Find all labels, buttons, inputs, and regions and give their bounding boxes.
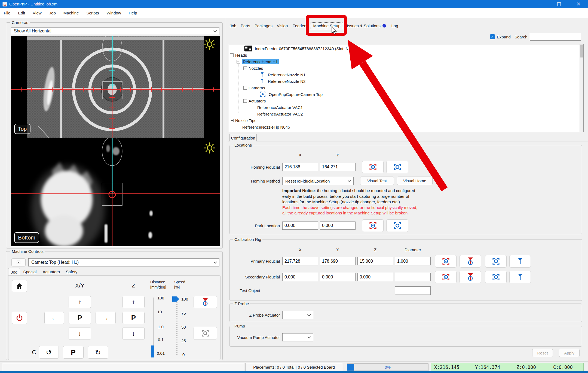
tree-item-capture-camera[interactable]: OpenPnpCaptureCamera Top [229, 91, 583, 98]
move-nozzle-to-camera-button[interactable] [194, 296, 217, 308]
tab-packages[interactable]: Packages [253, 22, 274, 30]
secondary-z-field[interactable]: 0.000 [357, 273, 393, 281]
capture-camera-location-button[interactable] [435, 255, 457, 268]
tab-log[interactable]: Log [389, 22, 400, 30]
tree-item-referencehead[interactable]: ReferenceHead H1 [229, 58, 583, 65]
bottom-camera-view[interactable]: Bottom [11, 138, 220, 246]
jog-z-plus-button[interactable]: ↑ [122, 296, 145, 308]
secondary-diameter-field[interactable] [395, 273, 431, 281]
position-nozzle-button[interactable] [509, 255, 531, 268]
park-x-field[interactable]: 0.000 [282, 222, 318, 230]
camera-view-selector[interactable]: Show All Horizontal [11, 27, 219, 35]
minimize-button[interactable]: — [534, 0, 546, 8]
tree-item-nozzle-n2[interactable]: ReferenceNozzle N2 [229, 78, 583, 84]
xy-park-button[interactable]: P [69, 312, 91, 324]
collapse-expander-icon[interactable] [230, 119, 234, 122]
tree-item-actuator-vac2[interactable]: ReferenceActuator VAC2 [229, 111, 583, 117]
tab-issues-solutions[interactable]: Issues & Solutions [344, 22, 389, 30]
rotate-ccw-button[interactable]: ↺ [39, 346, 59, 359]
capture-camera-location-button[interactable] [362, 219, 384, 232]
power-button[interactable] [12, 312, 27, 324]
primary-y-field[interactable]: 178.690 [320, 257, 356, 265]
menu-machine[interactable]: Machine [60, 8, 83, 18]
menu-file[interactable]: File [0, 8, 14, 18]
position-camera-button[interactable] [485, 255, 507, 268]
collapse-jog-button[interactable] [11, 258, 26, 266]
menu-view[interactable]: View [29, 8, 45, 18]
visual-home-button[interactable]: Visual Home [397, 177, 433, 185]
jog-target-selector[interactable]: Camera: Top (Head: H1) [28, 258, 219, 266]
scrollbar-thumb[interactable] [580, 45, 583, 57]
secondary-y-field[interactable]: 0.000 [320, 273, 356, 281]
tab-special[interactable]: Special [20, 268, 39, 275]
tree-item-actuators[interactable]: Actuators [229, 98, 583, 104]
position-camera-button[interactable] [386, 219, 408, 232]
tree-item-nozzle-n1[interactable]: ReferenceNozzle N1 [229, 71, 583, 78]
homing-fiducial-x-field[interactable]: 216.188 [282, 163, 318, 171]
capture-nozzle-location-button[interactable] [460, 271, 481, 283]
z-probe-actuator-select[interactable] [282, 311, 313, 319]
park-y-field[interactable]: 0.000 [320, 222, 356, 230]
tab-jog[interactable]: Jog [8, 268, 20, 275]
collapse-expander-icon[interactable] [243, 99, 247, 103]
position-nozzle-button[interactable] [509, 271, 531, 283]
position-camera-button[interactable] [386, 161, 408, 173]
jog-z-minus-button[interactable]: ↓ [122, 327, 145, 340]
reset-button[interactable]: Reset [532, 349, 553, 357]
close-button[interactable]: ✕ [572, 0, 584, 8]
capture-camera-location-button[interactable] [362, 161, 384, 173]
jog-y-minus-button[interactable]: ↓ [69, 327, 91, 340]
primary-z-field[interactable]: 15.000 [357, 257, 393, 265]
menu-window[interactable]: Window [103, 8, 125, 18]
expand-checkbox[interactable]: ✓ [490, 34, 495, 39]
capture-camera-location-button[interactable] [435, 271, 457, 283]
menu-help[interactable]: Help [125, 8, 141, 18]
tree-scrollbar[interactable] [580, 44, 583, 132]
maximize-button[interactable] [553, 0, 565, 8]
tab-machine-setup[interactable]: Machine Setup [310, 22, 344, 30]
move-camera-to-nozzle-button[interactable] [194, 327, 217, 340]
top-camera-view[interactable]: Top [11, 36, 220, 138]
tree-item-nozzletip-n045[interactable]: ReferenceNozzleTip N045 [229, 124, 583, 130]
tree-item-cameras[interactable]: Cameras [229, 84, 583, 91]
visual-test-button[interactable]: Visual Test [360, 177, 394, 185]
search-input[interactable] [530, 33, 581, 41]
capture-nozzle-location-button[interactable] [460, 255, 481, 268]
tab-actuators[interactable]: Actuators [39, 268, 63, 275]
collapse-expander-icon[interactable] [230, 53, 234, 57]
rotate-cw-button[interactable]: ↻ [88, 346, 108, 359]
home-button[interactable] [12, 280, 27, 292]
jog-x-minus-button[interactable]: ← [44, 312, 64, 324]
primary-x-field[interactable]: 217.728 [282, 257, 318, 265]
tree-item-heads[interactable]: Heads [229, 52, 583, 58]
tab-configuration[interactable]: Configuration [229, 134, 257, 141]
collapse-expander-icon[interactable] [237, 60, 240, 63]
tree-item-actuator-vac1[interactable]: ReferenceActuator VAC1 [229, 104, 583, 111]
tree-item-nozzles[interactable]: Nozzles [229, 65, 583, 71]
menu-scripts[interactable]: Scripts [82, 8, 103, 18]
homing-method-select[interactable]: ResetToFiducialLocation [282, 177, 354, 185]
speed-slider-track[interactable] [176, 299, 177, 356]
tab-vision[interactable]: Vision [275, 22, 290, 30]
secondary-x-field[interactable]: 0.000 [282, 273, 318, 281]
menu-job[interactable]: Job [45, 8, 60, 18]
position-camera-button[interactable] [485, 271, 507, 283]
test-object-diameter-field[interactable] [395, 286, 431, 295]
vacuum-pump-actuator-select[interactable] [282, 333, 313, 341]
collapse-expander-icon[interactable] [243, 86, 247, 90]
tab-feeders[interactable]: Feeders [290, 22, 310, 30]
primary-diameter-field[interactable]: 1.000 [395, 257, 431, 265]
homing-fiducial-y-field[interactable]: 164.271 [320, 163, 356, 171]
jog-y-plus-button[interactable]: ↑ [69, 296, 91, 308]
apply-button[interactable]: Apply [559, 349, 580, 357]
tab-parts[interactable]: Parts [238, 22, 252, 30]
distance-slider-thumb[interactable] [151, 345, 154, 357]
collapse-expander-icon[interactable] [243, 66, 247, 70]
tree-item-nozzle-tips[interactable]: Nozzle Tips [229, 117, 583, 124]
tab-job[interactable]: Job [228, 22, 238, 30]
z-park-button[interactable]: P [122, 312, 145, 324]
tree-item-indexfeeder[interactable]: IndexFeeder 0670FF565457888367212340 (Sl… [229, 45, 583, 52]
menu-edit[interactable]: Edit [14, 8, 29, 18]
tab-safety[interactable]: Safety [63, 268, 81, 275]
c-park-button[interactable]: P [63, 346, 84, 359]
